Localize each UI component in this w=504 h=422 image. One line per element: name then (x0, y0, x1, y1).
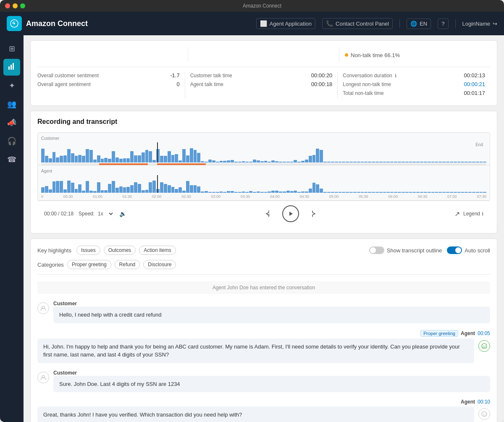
tick-3: 01:30 (122, 194, 132, 199)
waveform-container[interactable]: Customer End (37, 132, 490, 201)
stats-top-row: Non-talk time 66.1% (37, 47, 490, 67)
headset-icon: 🎧 (7, 136, 16, 146)
language-button[interactable]: 🌐 EN (407, 18, 431, 29)
customer-waveform: End (41, 142, 486, 163)
tick-9: 04:30 (299, 194, 309, 199)
customer-msg-2-header: Customer (53, 370, 490, 376)
info-icon: ℹ (395, 73, 396, 78)
agent-application-button[interactable]: ⬜ Agent Application (256, 18, 315, 29)
category-proper-greeting[interactable]: Proper greeting (67, 260, 111, 269)
minimize-window-button[interactable] (13, 3, 18, 8)
action-items-button[interactable]: Action items (139, 246, 176, 255)
tick-13: 06:30 (418, 194, 428, 199)
legend-button[interactable]: Legend ℹ (463, 211, 483, 217)
outcomes-button[interactable]: Outcomes (104, 246, 136, 255)
agent-playhead (157, 175, 158, 193)
globe-icon: 🌐 (410, 21, 417, 27)
agent-app-icon: ⬜ (260, 20, 267, 27)
auto-scroll-toggle[interactable] (447, 246, 462, 254)
conv-duration-label: Conversation duration ℹ (343, 73, 396, 79)
transcript-section: Key highlights Issues Outcomes Action it… (30, 239, 497, 422)
tick-1: 00:30 (63, 194, 73, 199)
sidebar: ⊞ ✦ 👥 📣 🎧 (0, 35, 24, 422)
maximize-window-button[interactable] (20, 3, 25, 8)
conv-duration-value: 00:02:13 (464, 72, 485, 79)
logout-icon: ↪ (493, 21, 497, 27)
longest-non-talk-value: 00:00:21 (464, 81, 485, 87)
agent-message-2: Agent 00:10 Great, thanks John! I have y… (37, 399, 490, 422)
agent-talk-value: 00:00:18 (311, 81, 333, 87)
volume-button[interactable]: 🔉 (119, 210, 126, 217)
tick-4: 02:00 (152, 194, 162, 199)
svg-point-12 (483, 413, 484, 414)
sidebar-item-analytics[interactable] (3, 59, 20, 76)
sidebar-item-phone[interactable]: ☎ (3, 151, 20, 168)
sidebar-item-campaigns[interactable]: 📣 (3, 114, 20, 131)
conv-duration-row: Conversation duration ℹ 00:02:13 (343, 72, 485, 79)
agent-talk-row: Agent talk time 00:00:18 (190, 81, 333, 87)
non-talk-dot (345, 53, 348, 57)
sidebar-item-headset[interactable]: 🎧 (3, 133, 20, 149)
svg-rect-2 (10, 65, 12, 70)
agent-track: Agent (38, 165, 490, 193)
nav-actions: ⬜ Agent Application 📞 Contact Control Pa… (256, 18, 497, 29)
svg-rect-1 (8, 66, 10, 70)
play-button[interactable] (282, 205, 299, 222)
time-display: 00:00 / 02:18 (44, 211, 74, 217)
category-refund[interactable]: Refund (115, 260, 140, 269)
stat-box-1 (37, 47, 188, 62)
toggle-knob (370, 247, 376, 253)
logo-text: Amazon Connect (26, 19, 88, 28)
users-icon: 👥 (7, 100, 16, 109)
agent-meta-1: Proper greeting Agent 00:05 (420, 330, 490, 337)
traffic-lights (5, 3, 25, 8)
speed-label: Speed: (79, 211, 94, 217)
main-content: Non-talk time 66.1% Overall customer sen… (24, 35, 504, 422)
sidebar-item-routing[interactable]: ✦ (3, 77, 20, 94)
total-non-talk-label: Total non-talk time (343, 90, 383, 96)
total-non-talk-row: Total non-talk time 00:01:17 (343, 90, 485, 96)
speed-select[interactable]: 1x 1.5x 2x (96, 210, 114, 217)
system-message: Agent John Doe has entered the conversat… (37, 281, 490, 294)
title-bar: Amazon Connect (0, 0, 504, 12)
svg-text:10: 10 (267, 213, 270, 216)
contact-control-panel-button[interactable]: 📞 Contact Control Panel (322, 18, 393, 29)
auto-scroll-label: Auto scroll (465, 247, 490, 254)
customer-sentiment-row: Overall customer sentiment -1.7 (37, 72, 180, 79)
top-nav: Amazon Connect ⬜ Agent Application 📞 Con… (0, 12, 504, 35)
rewind-button[interactable]: 10 (262, 207, 276, 220)
svg-point-13 (485, 413, 486, 414)
show-outline-toggle[interactable] (369, 246, 384, 254)
agent-label-1: Agent (461, 330, 475, 336)
agent-track-label: Agent (41, 169, 486, 173)
recording-section: Recording and transcript Customer End (30, 111, 497, 233)
nav-divider-2 (455, 19, 456, 28)
timeline: 0 00:30 01:00 01:30 02:00 02:30 03:00 03… (38, 193, 490, 200)
sidebar-item-users[interactable]: 👥 (3, 96, 20, 113)
dashboard-icon: ⊞ (9, 44, 15, 53)
stats-bottom-row: Overall customer sentiment -1.7 Overall … (37, 72, 490, 99)
user-menu[interactable]: LoginName ↪ (462, 21, 498, 27)
share-button[interactable]: ↗ (454, 210, 460, 218)
customer-highlight-bar (41, 163, 486, 165)
agent-msg-1-row: Hi, John. I'm happy to help and thank yo… (37, 338, 490, 363)
total-non-talk-value: 00:01:17 (464, 90, 485, 96)
close-window-button[interactable] (5, 3, 10, 8)
categories-row: Categories Proper greeting Refund Disclo… (37, 260, 490, 275)
agent-timestamp-1: 00:05 (478, 330, 490, 336)
forward-button[interactable] (306, 207, 319, 220)
tick-15: 07:30 (477, 194, 486, 199)
help-button[interactable]: ? (438, 18, 448, 29)
longest-non-talk-label: Longest non-talk time (343, 81, 391, 87)
phone-sidebar-icon: ☎ (7, 155, 16, 164)
agent-sentiment-label: Overall agent sentiment (37, 81, 91, 87)
analytics-icon (8, 62, 16, 73)
non-talk-badge: Non-talk time 66.1% (345, 52, 400, 58)
highlights-right: Show transcript outline Auto scroll (369, 246, 490, 254)
customer-talk-value: 00:00:20 (311, 72, 333, 79)
issues-button[interactable]: Issues (76, 246, 100, 255)
sidebar-item-dashboard[interactable]: ⊞ (3, 40, 20, 57)
tick-6: 03:00 (211, 194, 220, 199)
routing-icon: ✦ (9, 81, 15, 90)
category-disclosure[interactable]: Disclosure (143, 260, 176, 269)
